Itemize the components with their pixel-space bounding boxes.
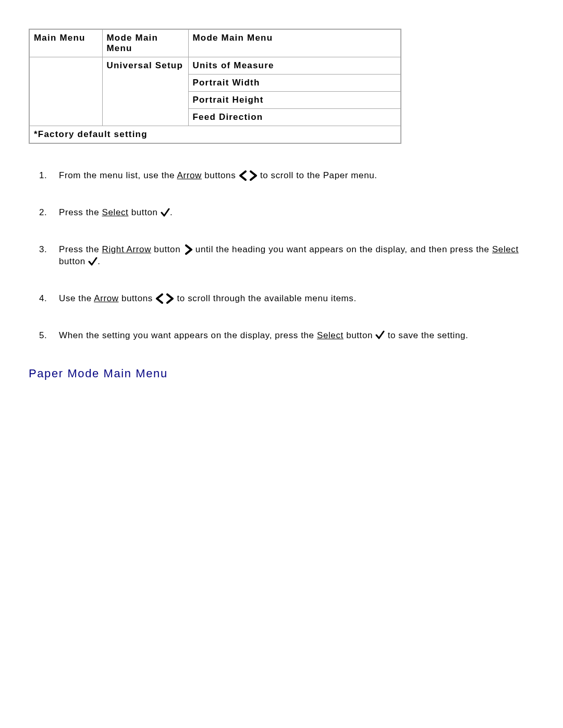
section-heading: Paper Mode Main Menu	[29, 367, 534, 380]
step-text: until the heading you want appears on th…	[193, 244, 492, 254]
step-item: From the menu list, use the Arrow button…	[39, 170, 534, 182]
table-cell: Universal Setup	[102, 57, 188, 126]
table-row: Universal Setup Units of Measure	[29, 57, 401, 75]
step-text: button	[128, 207, 161, 217]
arrow-left-icon	[239, 169, 248, 181]
check-icon	[88, 255, 97, 267]
step-item: Press the Select button .	[39, 207, 534, 219]
step-text: to save the setting.	[385, 330, 468, 340]
table-cell	[29, 57, 102, 126]
step-text: button	[151, 244, 183, 254]
check-icon	[161, 206, 170, 218]
step-text: Press the	[59, 207, 102, 217]
step-text: From the menu list, use the	[59, 170, 177, 180]
table-header-cell: Main Menu	[29, 29, 102, 57]
step-text-underline: Arrow	[94, 293, 118, 303]
arrow-right-icon	[183, 243, 193, 255]
table-header-row: Main Menu Mode Main Menu Mode Main Menu	[29, 29, 401, 57]
step-text-underline: Right Arrow	[102, 244, 151, 254]
step-text-underline: Arrow	[177, 170, 202, 180]
step-text: to scroll to the Paper menu.	[258, 170, 377, 180]
step-text: buttons	[202, 170, 239, 180]
table-cell: Portrait Width	[188, 75, 401, 92]
table-footnote: *Factory default setting	[29, 126, 401, 144]
step-text: to scroll through the available menu ite…	[174, 293, 357, 303]
step-text: When the setting you want appears on the…	[59, 330, 317, 340]
step-item: Use the Arrow buttons to scroll through …	[39, 293, 534, 305]
check-icon	[375, 329, 385, 341]
arrow-left-icon	[155, 292, 165, 304]
table-footer-row: *Factory default setting	[29, 126, 401, 144]
table-cell: Feed Direction	[188, 109, 401, 126]
step-text: .	[97, 256, 100, 266]
step-text-underline: Select	[492, 244, 519, 254]
step-text-underline: Select	[317, 330, 344, 340]
step-text-underline: Select	[102, 207, 129, 217]
table-header-cell: Mode Main Menu	[188, 29, 401, 57]
step-text: button	[59, 256, 88, 266]
step-text: button	[344, 330, 376, 340]
steps-list: From the menu list, use the Arrow button…	[29, 170, 534, 342]
step-text: Use the	[59, 293, 94, 303]
table-cell: Units of Measure	[188, 57, 401, 75]
table-cell: Portrait Height	[188, 92, 401, 109]
table-header-cell: Mode Main Menu	[102, 29, 188, 57]
step-item: When the setting you want appears on the…	[39, 330, 534, 342]
step-text: .	[170, 207, 173, 217]
step-text: buttons	[119, 293, 156, 303]
step-text: Press the	[59, 244, 102, 254]
arrow-right-icon	[248, 169, 258, 181]
step-item: Press the Right Arrow button until the h…	[39, 244, 534, 268]
arrow-right-icon	[165, 292, 174, 304]
menu-table: Main Menu Mode Main Menu Mode Main Menu …	[29, 29, 401, 144]
